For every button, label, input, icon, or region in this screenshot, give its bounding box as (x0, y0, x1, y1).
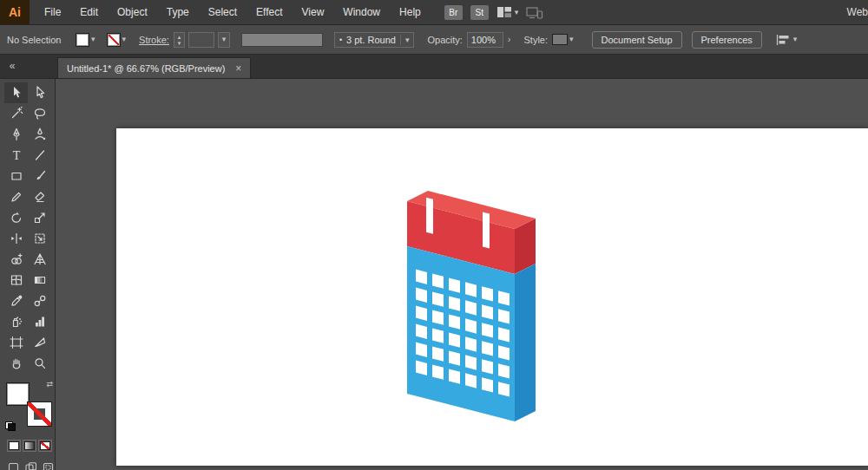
bridge-button[interactable]: Br (444, 5, 463, 20)
fill-color-control[interactable]: ▾ (76, 33, 95, 47)
symbol-sprayer-tool[interactable] (4, 311, 28, 332)
stroke-swatch-none[interactable] (107, 33, 121, 47)
paint-buttons (7, 440, 55, 452)
control-bar: No Selection ▾ ▾ Stroke: ▴ ▾ ▾ • 3 pt. R… (0, 25, 868, 55)
menu-effect[interactable]: Effect (247, 0, 292, 24)
chevron-down-icon[interactable]: ▾ (569, 36, 574, 43)
tab-bar: « Untitled-1* @ 66.67% (RGB/Preview) × (0, 55, 868, 79)
menubar-quick-controls: Br St ▾ (444, 5, 544, 20)
stroke-label[interactable]: Stroke: (139, 35, 169, 45)
color-swatch (9, 441, 19, 450)
menu-select[interactable]: Select (199, 0, 247, 24)
brush-dot-icon: • (339, 36, 342, 44)
preferences-button[interactable]: Preferences (692, 31, 762, 49)
stroke-weight-field[interactable] (188, 32, 214, 48)
fill-stroke-indicator: ⇄ (6, 382, 51, 426)
stroke-weight-stepper[interactable]: ▴ ▾ (174, 32, 185, 48)
canvas-pasteboard[interactable] (56, 79, 868, 470)
document-tab[interactable]: Untitled-1* @ 66.67% (RGB/Preview) × (57, 57, 251, 78)
panel-collapse-button[interactable]: « (5, 60, 19, 72)
app-logo[interactable]: Ai (0, 0, 30, 24)
document-setup-button[interactable]: Document Setup (592, 31, 682, 49)
chevron-down-icon[interactable]: ▾ (91, 36, 95, 43)
magic-wand-tool[interactable] (4, 103, 28, 124)
align-icon (775, 34, 791, 46)
chevron-down-icon[interactable]: ▾ (122, 36, 127, 43)
menu-help[interactable]: Help (390, 0, 431, 24)
color-button[interactable] (7, 440, 21, 452)
zoom-tool[interactable] (28, 353, 51, 374)
swap-fill-stroke-icon[interactable]: ⇄ (46, 380, 53, 388)
calendar-blue-side-face (515, 264, 536, 421)
draw-normal-icon[interactable] (8, 462, 19, 470)
workspace-label[interactable]: Web (844, 0, 868, 24)
mesh-tool[interactable] (4, 270, 28, 290)
stroke-color-control[interactable]: ▾ (107, 33, 127, 47)
menu-window[interactable]: Window (333, 0, 390, 24)
rotate-tool[interactable] (4, 207, 28, 228)
shape-builder-tool[interactable] (4, 249, 28, 270)
menu-edit[interactable]: Edit (70, 0, 108, 24)
stock-button[interactable]: St (470, 5, 489, 20)
paintbrush-tool[interactable] (28, 166, 51, 186)
gradient-tool[interactable] (28, 270, 51, 290)
fill-proxy[interactable] (6, 382, 30, 406)
opacity-arrow-icon[interactable]: › (508, 35, 511, 44)
opacity-value: 100% (471, 35, 496, 45)
chevron-down-icon[interactable]: ▾ (400, 35, 410, 45)
spinner-up-icon[interactable]: ▴ (178, 34, 181, 40)
pen-tool[interactable] (4, 124, 28, 145)
free-transform-tool[interactable] (28, 228, 51, 249)
artboard-tool[interactable] (4, 332, 28, 353)
menu-object[interactable]: Object (108, 0, 157, 24)
menu-type[interactable]: Type (157, 0, 199, 24)
none-swatch (40, 441, 50, 450)
width-profile-preview[interactable] (241, 33, 323, 47)
eyedropper-tool[interactable] (4, 290, 28, 311)
align-dropdown[interactable]: ▾ (775, 34, 798, 46)
perspective-grid-tool[interactable] (28, 249, 51, 270)
brush-definition-dropdown[interactable]: • 3 pt. Round ▾ (334, 32, 415, 48)
pencil-tool[interactable] (4, 186, 28, 207)
menu-list: File Edit Object Type Select Effect View… (35, 0, 431, 24)
hand-tool[interactable] (4, 353, 28, 374)
rectangle-tool[interactable] (4, 166, 28, 186)
direct-selection-tool[interactable] (28, 82, 51, 103)
column-graph-tool[interactable] (28, 311, 51, 332)
draw-behind-icon[interactable] (25, 462, 36, 470)
opacity-field[interactable]: 100% (467, 32, 503, 48)
stroke-proxy-none[interactable] (28, 402, 51, 426)
calendar-illustration[interactable] (116, 128, 867, 466)
default-fill-stroke-icon[interactable] (5, 421, 16, 431)
menu-view[interactable]: View (293, 0, 334, 24)
tool-grid: T (4, 82, 55, 374)
style-swatch[interactable] (552, 34, 568, 45)
selection-tool[interactable] (4, 82, 28, 103)
artboard[interactable] (116, 128, 868, 466)
menu-file[interactable]: File (35, 0, 70, 24)
width-tool[interactable] (4, 228, 28, 249)
menubar: Ai File Edit Object Type Select Effect V… (0, 0, 868, 25)
device-preview-icon[interactable] (526, 6, 543, 19)
draw-inside-icon[interactable] (43, 462, 54, 470)
tab-close-icon[interactable]: × (235, 63, 241, 74)
curvature-tool[interactable] (28, 124, 51, 145)
gradient-button[interactable] (23, 440, 36, 452)
chevron-down-icon: ▾ (222, 36, 227, 43)
none-button[interactable] (38, 440, 52, 452)
workspace-switcher[interactable]: ▾ (496, 6, 519, 18)
lasso-tool[interactable] (28, 103, 51, 124)
type-tool[interactable]: T (4, 145, 28, 166)
style-dropdown[interactable]: ▾ (552, 34, 574, 45)
stroke-weight-dropdown[interactable]: ▾ (218, 32, 230, 48)
svg-text:T: T (12, 149, 20, 162)
spinner-down-icon[interactable]: ▾ (178, 40, 181, 46)
slice-tool[interactable] (28, 332, 51, 353)
eraser-tool[interactable] (28, 186, 51, 207)
line-segment-tool[interactable] (28, 145, 51, 166)
chevron-down-icon[interactable]: ▾ (793, 36, 798, 43)
scale-tool[interactable] (28, 207, 51, 228)
opacity-label[interactable]: Opacity: (427, 35, 462, 45)
blend-tool[interactable] (28, 290, 51, 311)
fill-swatch[interactable] (76, 33, 89, 47)
